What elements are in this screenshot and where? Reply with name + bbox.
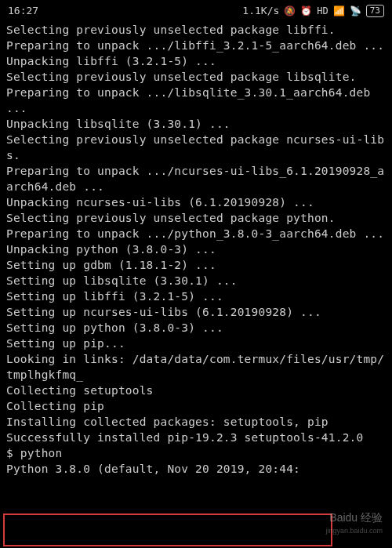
- status-right: 1.1K/s 🔕 ⏰ HD 📶 📡 73: [242, 4, 384, 18]
- terminal-line: Unpacking python (3.8.0-3) ...: [6, 241, 386, 257]
- battery-indicator: 73: [366, 5, 384, 17]
- terminal-line: Preparing to unpack .../libsqlite_3.30.1…: [6, 85, 386, 116]
- watermark-sub: jingyan.baidu.com: [325, 526, 383, 535]
- terminal-line: Setting up gdbm (1.18.1-2) ...: [6, 257, 386, 273]
- wifi-icon: 📡: [350, 5, 361, 18]
- terminal-line: Unpacking libffi (3.2.1-5) ...: [6, 53, 386, 69]
- annotation-highlight: [3, 514, 332, 546]
- mute-icon: 🔕: [284, 5, 296, 18]
- terminal-line: Selecting previously unselected package …: [6, 69, 386, 85]
- hd-icon: HD: [317, 5, 328, 18]
- status-time: 16:27: [8, 4, 38, 18]
- terminal-line: Collecting setuptools: [6, 383, 386, 398]
- terminal-line: Installing collected packages: setuptool…: [6, 414, 386, 430]
- terminal-line: Selecting previously unselected package …: [6, 210, 386, 226]
- terminal-line: Collecting pip: [6, 398, 386, 414]
- battery-level: 73: [370, 5, 380, 16]
- terminal-line: Setting up libffi (3.2.1-5) ...: [6, 289, 386, 304]
- terminal-line: Preparing to unpack .../libffi_3.2.1-5_a…: [6, 38, 386, 53]
- terminal-line: Preparing to unpack .../ncurses-ui-libs_…: [6, 163, 386, 194]
- status-bar: 16:27 1.1K/s 🔕 ⏰ HD 📶 📡 73: [0, 0, 392, 22]
- terminal-output[interactable]: Selecting previously unselected package …: [0, 22, 392, 477]
- watermark-main: Baidu 经验: [329, 511, 383, 524]
- watermark: Baidu 经验 jingyan.baidu.com: [325, 510, 383, 535]
- terminal-line: Setting up python (3.8.0-3) ...: [6, 320, 386, 336]
- terminal-line: Selecting previously unselected package …: [6, 132, 386, 163]
- terminal-line: Setting up ncurses-ui-libs (6.1.20190928…: [6, 304, 386, 320]
- signal-icon: 📶: [333, 5, 345, 18]
- terminal-line: Looking in links: /data/data/com.termux/…: [6, 351, 386, 383]
- terminal-line: $ python: [6, 445, 386, 461]
- terminal-line: Python 3.8.0 (default, Nov 20 2019, 20:4…: [6, 461, 386, 477]
- terminal-line: Unpacking libsqlite (3.30.1) ...: [6, 116, 386, 132]
- alarm-icon: ⏰: [300, 5, 312, 18]
- terminal-line: Successfully installed pip-19.2.3 setupt…: [6, 430, 386, 445]
- terminal-line: Setting up libsqlite (3.30.1) ...: [6, 273, 386, 289]
- terminal-line: Unpacking ncurses-ui-libs (6.1.20190928)…: [6, 194, 386, 210]
- terminal-line: Selecting previously unselected package …: [6, 22, 386, 38]
- terminal-line: Preparing to unpack .../python_3.8.0-3_a…: [6, 226, 386, 241]
- terminal-line: Setting up pip...: [6, 336, 386, 351]
- net-speed: 1.1K/s: [242, 4, 279, 18]
